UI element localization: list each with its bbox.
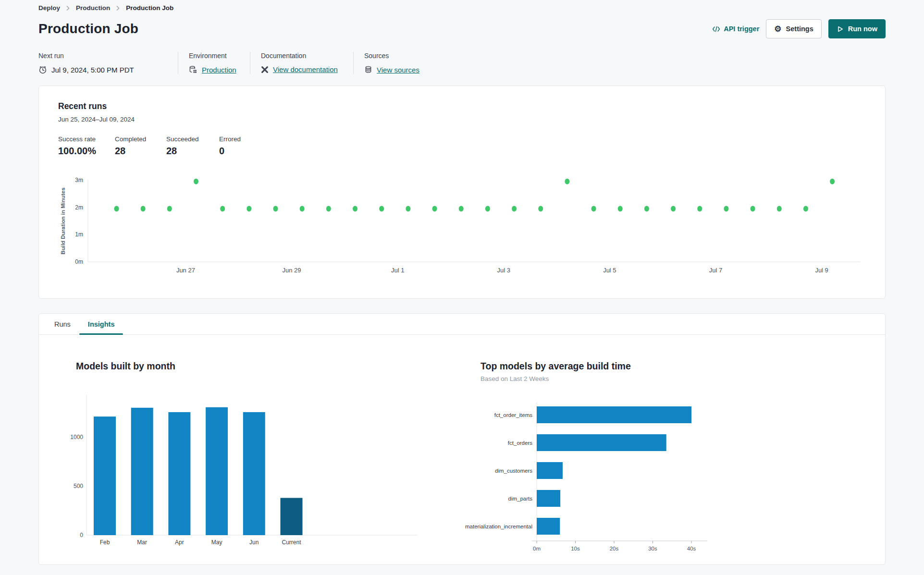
breadcrumb-deploy[interactable]: Deploy	[38, 4, 60, 12]
stat-success-rate: Success rate 100.00%	[58, 135, 115, 157]
svg-text:Mar: Mar	[137, 539, 147, 546]
svg-text:May: May	[211, 539, 222, 546]
next-run-value: Jul 9, 2024, 5:00 PM PDT	[51, 66, 134, 74]
database-icon	[364, 65, 372, 74]
play-icon	[837, 25, 844, 33]
svg-text:Jul 3: Jul 3	[497, 267, 510, 274]
svg-text:Jul 9: Jul 9	[815, 267, 828, 274]
svg-text:fct_orders: fct_orders	[508, 440, 532, 446]
svg-text:Jul 5: Jul 5	[603, 267, 616, 274]
svg-text:0m: 0m	[75, 258, 83, 265]
breadcrumb-production[interactable]: Production	[76, 4, 110, 12]
svg-text:3m: 3m	[75, 177, 83, 184]
svg-text:1000: 1000	[70, 434, 83, 440]
models-built-by-month-chart: 05001000FebMarAprMayJunCurrent	[64, 391, 480, 551]
svg-text:Apr: Apr	[175, 539, 184, 546]
recent-runs-card: Recent runs Jun 25, 2024–Jul 09, 2024 Su…	[38, 86, 886, 299]
svg-text:Jun: Jun	[249, 539, 259, 546]
run-now-label: Run now	[848, 25, 877, 33]
dbt-logo-icon	[261, 66, 269, 73]
stat-succeeded: Succeeded 28	[166, 135, 219, 157]
svg-text:Jun 27: Jun 27	[176, 267, 195, 274]
top-models-chart: 0m10s20s30s40sfct_order_itemsfct_ordersd…	[461, 403, 769, 553]
view-documentation-link[interactable]: View documentation	[273, 65, 338, 73]
environment-label: Environment	[189, 52, 238, 60]
svg-text:Current: Current	[282, 539, 301, 546]
recent-runs-date-range: Jun 25, 2024–Jul 09, 2024	[58, 116, 866, 123]
svg-text:30s: 30s	[648, 546, 657, 551]
runs-insights-card: Runs Insights Models built by month 0500…	[38, 313, 886, 565]
svg-text:10s: 10s	[571, 546, 580, 551]
view-sources-link[interactable]: View sources	[377, 66, 419, 74]
svg-text:materialization_incremental: materialization_incremental	[465, 524, 532, 529]
page: { "colors": { "accent_teal": "#0a6e71", …	[0, 0, 924, 575]
insights-tab-content: Models built by month 05001000FebMarAprM…	[39, 335, 885, 553]
documentation-label: Documentation	[261, 52, 342, 60]
svg-text:fct_order_items: fct_order_items	[494, 412, 533, 418]
svg-text:500: 500	[74, 483, 83, 489]
environment-link[interactable]: Production	[202, 66, 236, 74]
chevron-right-icon	[66, 6, 70, 11]
svg-text:dim_parts: dim_parts	[508, 496, 533, 502]
top-models-title: Top models by average build time	[480, 361, 769, 372]
page-title: Production Job	[38, 21, 138, 37]
svg-text:2m: 2m	[75, 204, 83, 211]
svg-text:1m: 1m	[75, 231, 83, 238]
title-row: Production Job API trigger ⚙ Settings Ru…	[38, 19, 886, 38]
svg-text:Jul 7: Jul 7	[709, 267, 722, 274]
recent-runs-stats: Success rate 100.00% Completed 28 Succee…	[58, 135, 866, 157]
settings-button[interactable]: ⚙ Settings	[766, 19, 821, 38]
header-actions: API trigger ⚙ Settings Run now	[712, 19, 886, 38]
svg-text:40s: 40s	[687, 546, 696, 551]
meta-documentation: Documentation View documentation	[250, 52, 353, 74]
models-built-by-month-block: Models built by month 05001000FebMarAprM…	[76, 361, 480, 553]
meta-environment: Environment Production	[178, 52, 250, 74]
models-built-by-month-title: Models built by month	[76, 361, 480, 372]
code-icon	[712, 26, 720, 32]
stat-completed: Completed 28	[115, 135, 166, 157]
clock-icon	[38, 65, 47, 74]
breadcrumb: Deploy Production Production Job	[38, 0, 886, 12]
svg-text:0m: 0m	[533, 546, 541, 551]
gear-icon: ⚙	[774, 25, 781, 33]
svg-text:20s: 20s	[610, 546, 619, 551]
svg-text:Jul 1: Jul 1	[391, 267, 404, 274]
environment-icon	[189, 65, 197, 74]
api-trigger-label: API trigger	[724, 25, 759, 33]
svg-text:dim_customers: dim_customers	[495, 468, 532, 474]
build-duration-scatter-chart: Build Duration in Minutes0m1m2m3mJun 27J…	[58, 175, 866, 281]
chevron-right-icon	[116, 6, 120, 11]
svg-text:Build Duration in Minutes: Build Duration in Minutes	[60, 187, 66, 254]
settings-label: Settings	[786, 25, 813, 33]
api-trigger-link[interactable]: API trigger	[712, 25, 759, 33]
run-now-button[interactable]: Run now	[828, 19, 886, 38]
job-meta-row: Next run Jul 9, 2024, 5:00 PM PDT Enviro…	[38, 52, 886, 74]
top-models-block: Top models by average build time Based o…	[480, 361, 769, 553]
meta-next-run: Next run Jul 9, 2024, 5:00 PM PDT	[38, 52, 178, 74]
top-models-subtitle: Based on Last 2 Weeks	[480, 375, 769, 382]
svg-text:0: 0	[80, 532, 83, 538]
recent-runs-title: Recent runs	[58, 101, 866, 111]
svg-text:Feb: Feb	[100, 539, 110, 546]
svg-text:Jun 29: Jun 29	[283, 267, 301, 274]
next-run-label: Next run	[38, 52, 166, 60]
meta-sources: Sources View sources	[353, 52, 431, 74]
tab-runs[interactable]: Runs	[46, 314, 79, 334]
sources-label: Sources	[364, 52, 419, 60]
stat-errored: Errored 0	[219, 135, 241, 157]
main-container: Deploy Production Production Job Product…	[0, 0, 924, 565]
tab-bar: Runs Insights	[39, 314, 885, 335]
breadcrumb-current: Production Job	[126, 4, 173, 12]
tab-insights[interactable]: Insights	[79, 314, 123, 334]
